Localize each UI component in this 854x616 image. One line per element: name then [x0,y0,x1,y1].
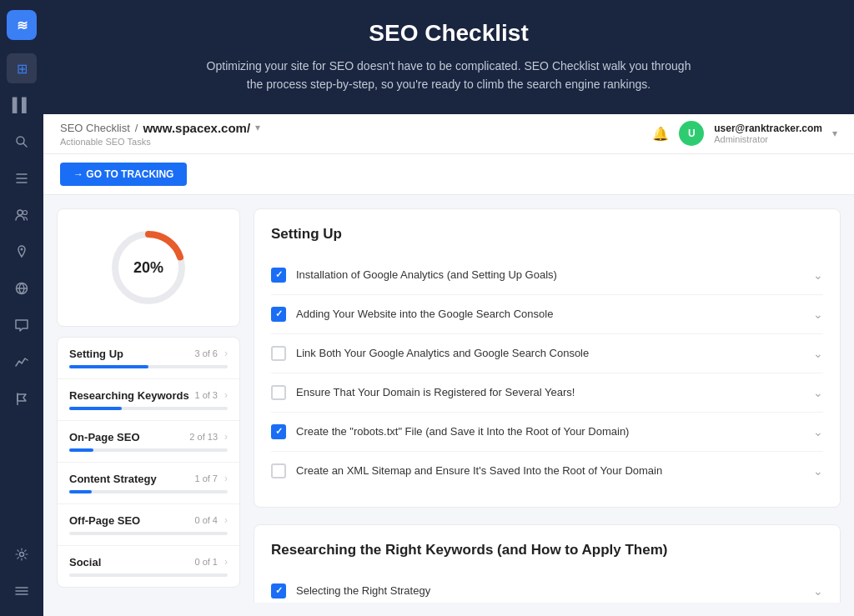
nav-item-title-social: Social [69,556,101,568]
checklist-item-item-r1[interactable]: Selecting the Right Strategy ⌄ [271,572,823,603]
nav-item-count-off-page-seo: 0 of 4 [194,515,218,525]
nav-item-setting-up[interactable]: Setting Up 3 of 6 › [58,338,239,379]
breadcrumb-parent: SEO Checklist [60,122,130,134]
sidebar-item-grid[interactable]: ⊞ [7,53,37,83]
nav-item-chevron-icon-setting-up: › [224,348,228,359]
nav-item-right-on-page-seo: 2 of 13 › [189,431,228,443]
nav-item-right-researching-keywords: 1 of 3 › [194,389,228,401]
checklist-item-left-item-1: Installation of Google Analytics (and Se… [271,268,557,283]
nav-item-right-content-strategy: 1 of 7 › [194,473,228,484]
expand-icon-item-r1[interactable]: ⌄ [813,584,823,598]
nav-item-header-setting-up: Setting Up 3 of 6 › [69,348,228,360]
user-dropdown-icon[interactable]: ▾ [832,128,837,139]
checklist-item-item-6[interactable]: Create an XML Sitemap and Ensure It's Sa… [271,452,823,490]
expand-icon-item-5[interactable]: ⌄ [813,425,823,438]
checklist-item-item-1[interactable]: Installation of Google Analytics (and Se… [271,256,823,295]
svg-point-6 [23,211,28,215]
nav-item-header-researching-keywords: Researching Keywords 1 of 3 › [69,389,228,402]
checklist-item-left-item-r1: Selecting the Right Strategy [271,583,430,598]
nav-item-researching-keywords[interactable]: Researching Keywords 1 of 3 › [58,379,239,421]
nav-item-header-off-page-seo: Off-Page SEO 0 of 4 › [69,514,228,527]
svg-point-5 [18,210,23,215]
nav-item-progress-bar-social [69,573,228,577]
nav-item-chevron-icon-on-page-seo: › [224,431,228,443]
nav-item-right-off-page-seo: 0 of 4 › [194,514,228,526]
nav-item-progress-bar-on-page-seo [69,448,228,452]
section-researching-keywords: Researching the Right Keywords (and How … [254,524,841,603]
section-setting-up: Setting Up Installation of Google Analyt… [254,208,841,508]
checklist-item-left-item-6: Create an XML Sitemap and Ensure It's Sa… [271,463,662,478]
nav-item-count-social: 0 of 1 [194,557,218,567]
checklist-text-item-r1: Selecting the Right Strategy [296,584,430,597]
checkbox-item-1[interactable] [271,268,286,283]
sidebar: ≋ ⊞ ▌▌ [0,0,43,616]
tracking-bar: → GO TO TRACKING [43,154,854,195]
progress-card: 20% [57,208,240,327]
main-content: SEO Checklist Optimizing your site for S… [43,0,854,616]
checklist-item-item-2[interactable]: Adding Your Website into the Google Sear… [271,295,823,334]
sidebar-settings-icon[interactable] [7,539,37,569]
breadcrumb-separator: / [135,122,138,134]
checkbox-item-r1[interactable] [271,583,286,598]
checklist-item-item-4[interactable]: Ensure That Your Domain is Registered fo… [271,373,823,413]
checkbox-item-5[interactable] [271,424,286,439]
checkbox-item-3[interactable] [271,346,286,361]
nav-item-count-researching-keywords: 1 of 3 [194,390,218,400]
checklist-text-item-6: Create an XML Sitemap and Ensure It's Sa… [296,464,662,477]
progress-percentage: 20% [133,258,163,276]
svg-line-1 [23,143,27,147]
nav-list: Setting Up 3 of 6 › Researching Keywords… [57,337,240,588]
checkbox-item-4[interactable] [271,385,286,400]
content-area: 20% Setting Up 3 of 6 › Researching Keyw… [43,195,854,616]
sidebar-item-search[interactable] [7,127,37,157]
top-bar: SEO Checklist / www.spacex.com/ ▾ Action… [43,114,854,154]
sidebar-item-people[interactable] [7,200,37,230]
right-panel: Setting Up Installation of Google Analyt… [254,208,841,603]
notification-bell-icon[interactable]: 🔔 [652,126,669,142]
sidebar-item-trending[interactable] [7,347,37,377]
checklist-text-item-4: Ensure That Your Domain is Registered fo… [296,386,575,398]
expand-icon-item-1[interactable]: ⌄ [813,268,823,282]
user-info: user@ranktracker.com Administrator [714,123,822,144]
nav-item-chevron-icon-social: › [224,556,228,568]
checklist-item-item-5[interactable]: Create the "robots.txt" File (and Save i… [271,413,823,452]
nav-item-title-off-page-seo: Off-Page SEO [69,514,140,527]
expand-icon-item-6[interactable]: ⌄ [813,464,823,478]
logo-icon: ≋ [17,18,28,33]
nav-item-off-page-seo[interactable]: Off-Page SEO 0 of 4 › [58,504,239,546]
nav-item-chevron-icon-off-page-seo: › [224,514,228,526]
sidebar-collapse-icon[interactable] [7,576,37,606]
checklist-text-item-5: Create the "robots.txt" File (and Save i… [296,425,629,438]
sidebar-item-chat[interactable] [7,310,37,340]
expand-icon-item-3[interactable]: ⌄ [813,347,823,360]
sidebar-logo[interactable]: ≋ [7,10,37,40]
nav-item-progress-bar-researching-keywords [69,407,228,410]
page-description: Optimizing your site for SEO doesn't hav… [198,57,699,94]
header-banner: SEO Checklist Optimizing your site for S… [43,0,854,114]
nav-item-progress-fill-researching-keywords [69,407,122,410]
nav-item-title-researching-keywords: Researching Keywords [69,389,189,402]
nav-item-social[interactable]: Social 0 of 1 › [58,546,239,587]
nav-item-on-page-seo[interactable]: On-Page SEO 2 of 13 › [58,421,239,463]
sidebar-item-pin[interactable] [7,237,37,267]
checklist-text-item-3: Link Both Your Google Analytics and Goog… [296,347,589,359]
donut-chart: 20% [107,226,190,309]
go-to-tracking-button[interactable]: → GO TO TRACKING [60,163,187,186]
sidebar-item-globe[interactable] [7,273,37,303]
domain-chevron-icon[interactable]: ▾ [255,122,260,133]
sidebar-item-list[interactable] [7,163,37,193]
nav-item-count-setting-up: 3 of 6 [194,348,218,358]
nav-item-count-on-page-seo: 2 of 13 [189,432,218,442]
checkbox-item-6[interactable] [271,463,286,478]
sidebar-item-flag[interactable] [7,383,37,413]
breadcrumb-nav: SEO Checklist / www.spacex.com/ ▾ [60,121,260,135]
avatar[interactable]: U [679,121,704,146]
nav-item-right-social: 0 of 1 › [194,556,228,568]
nav-item-content-strategy[interactable]: Content Strategy 1 of 7 › [58,463,239,504]
svg-point-10 [20,553,24,557]
sidebar-item-chart[interactable]: ▌▌ [7,90,37,120]
checkbox-item-2[interactable] [271,307,286,322]
expand-icon-item-4[interactable]: ⌄ [813,386,823,399]
checklist-item-item-3[interactable]: Link Both Your Google Analytics and Goog… [271,334,823,373]
expand-icon-item-2[interactable]: ⌄ [813,308,823,321]
